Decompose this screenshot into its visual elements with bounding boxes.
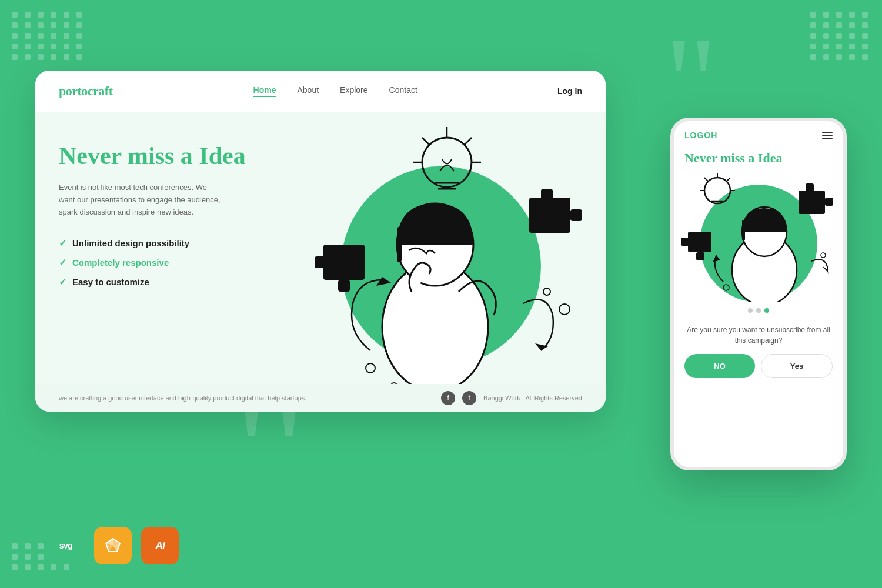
mobile-headline: Never miss a Idea: [684, 151, 833, 166]
svg-point-42: [821, 253, 826, 258]
feature-text-1: Unlimited design possibility: [72, 238, 189, 248]
mobile-illustration: [670, 173, 847, 302]
nav-link-home[interactable]: Home: [253, 85, 276, 97]
badge-svg: svg: [47, 527, 85, 564]
svg-rect-11: [323, 245, 365, 280]
desktop-nav-links: Home About Explore Contact: [183, 85, 417, 97]
check-icon-2: ✓: [59, 257, 66, 268]
svg-marker-17: [376, 277, 391, 286]
desktop-login-button[interactable]: Log In: [557, 86, 582, 96]
desktop-left-panel: Never miss a Idea Event is not like most…: [35, 112, 294, 412]
svg-rect-9: [541, 189, 553, 201]
desktop-headline: Never miss a Idea: [59, 142, 270, 170]
unsubscribe-text: Are you sure you want to unsubscribe fro…: [684, 325, 833, 346]
facebook-icon[interactable]: f: [441, 391, 455, 405]
svg-rect-33: [688, 232, 711, 252]
desktop-logo: portocraft: [59, 83, 113, 99]
feature-text-2: Completely responsive: [72, 258, 169, 268]
badge-ai-label: Ai: [155, 540, 165, 552]
no-button[interactable]: NO: [684, 354, 755, 378]
feature-item-2: ✓ Completely responsive: [59, 257, 270, 268]
footer-right: f t Banggi Work · All Rights Reserved: [441, 391, 582, 405]
svg-rect-32: [825, 198, 833, 206]
check-icon-1: ✓: [59, 238, 66, 249]
svg-rect-13: [315, 256, 326, 268]
footer-text: we are crafting a good user interface an…: [59, 395, 306, 402]
copyright-text: Banggi Work · All Rights Reserved: [483, 395, 582, 402]
svg-point-41: [723, 285, 729, 290]
svg-rect-10: [570, 209, 582, 221]
hamburger-menu[interactable]: [822, 132, 833, 139]
twitter-icon[interactable]: t: [462, 391, 476, 405]
nav-link-contact[interactable]: Contact: [389, 85, 417, 97]
check-icon-3: ✓: [59, 276, 66, 288]
desktop-mockup: portocraft Home About Explore Contact Lo…: [35, 71, 606, 412]
bottom-badges: svg Ai: [47, 527, 179, 564]
desktop-footer: we are crafting a good user interface an…: [35, 384, 606, 412]
svg-rect-30: [799, 191, 825, 214]
mobile-unsubscribe-section: Are you sure you want to unsubscribe fro…: [674, 319, 843, 384]
svg-point-0: [422, 138, 472, 187]
badge-ai: Ai: [141, 527, 179, 564]
dot-3-active: [764, 308, 769, 313]
svg-line-6: [465, 138, 472, 145]
mobile-mockup: LOGOH Never miss a Idea: [670, 118, 847, 470]
badge-svg-label: svg: [59, 541, 73, 550]
illustration-svg: [276, 112, 606, 412]
mobile-navbar: LOGOH: [674, 121, 843, 145]
svg-marker-40: [822, 266, 829, 274]
svg-point-22: [559, 304, 570, 315]
badge-sketch: [94, 527, 132, 564]
mobile-logo: LOGOH: [684, 131, 717, 140]
svg-rect-38: [742, 220, 745, 240]
mobile-action-buttons: NO Yes: [684, 354, 833, 378]
nav-link-about[interactable]: About: [298, 85, 319, 97]
svg-rect-8: [529, 198, 570, 233]
desktop-description: Event is not like most tech conferences.…: [59, 182, 223, 218]
svg-rect-31: [806, 183, 814, 192]
feature-text-3: Easy to customize: [72, 277, 149, 287]
dot-1: [748, 308, 753, 313]
sketch-icon: [103, 536, 122, 555]
svg-point-19: [366, 363, 375, 373]
mobile-illus-svg: [670, 173, 847, 302]
svg-line-29: [704, 178, 709, 182]
svg-point-21: [543, 288, 550, 295]
bg-dots-topleft: [12, 12, 85, 60]
desktop-navbar: portocraft Home About Explore Contact Lo…: [35, 71, 606, 112]
svg-rect-35: [696, 252, 704, 260]
svg-rect-16: [397, 227, 402, 262]
svg-marker-39: [713, 255, 720, 262]
bg-dots-topright: [810, 12, 870, 60]
svg-line-28: [726, 178, 730, 182]
svg-line-7: [422, 138, 429, 145]
feature-item-3: ✓ Easy to customize: [59, 276, 270, 288]
svg-rect-34: [681, 238, 689, 246]
nav-link-explore[interactable]: Explore: [340, 85, 368, 97]
feature-list: ✓ Unlimited design possibility ✓ Complet…: [59, 238, 270, 288]
mobile-pagination-dots: [674, 302, 843, 319]
mobile-content: Never miss a Idea: [674, 145, 843, 166]
dot-2: [756, 308, 761, 313]
yes-button[interactable]: Yes: [761, 354, 833, 378]
desktop-content: Never miss a Idea Event is not like most…: [35, 112, 606, 412]
feature-item-1: ✓ Unlimited design possibility: [59, 238, 270, 249]
desktop-illustration: [276, 112, 606, 412]
svg-rect-12: [338, 280, 350, 292]
